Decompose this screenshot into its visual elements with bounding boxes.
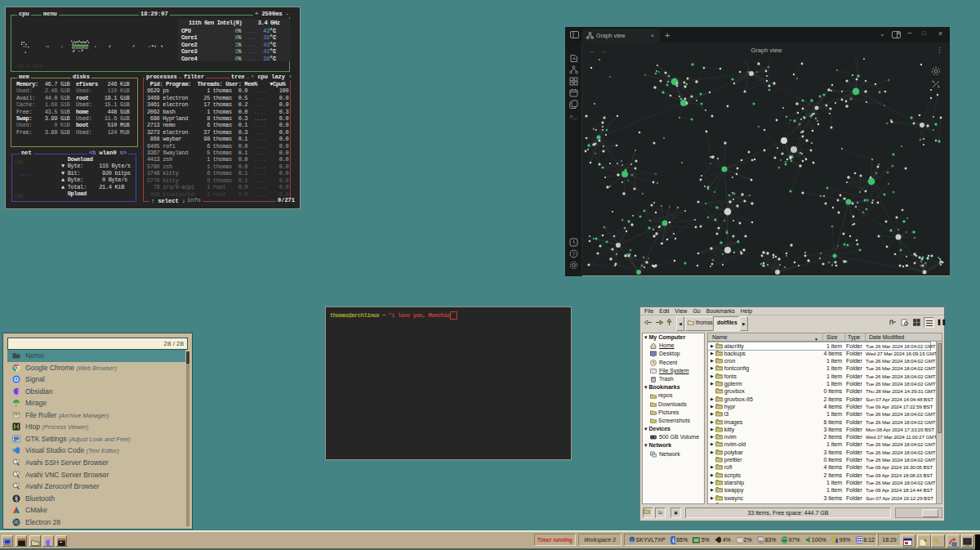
svg-text:?: ? — [572, 251, 576, 257]
